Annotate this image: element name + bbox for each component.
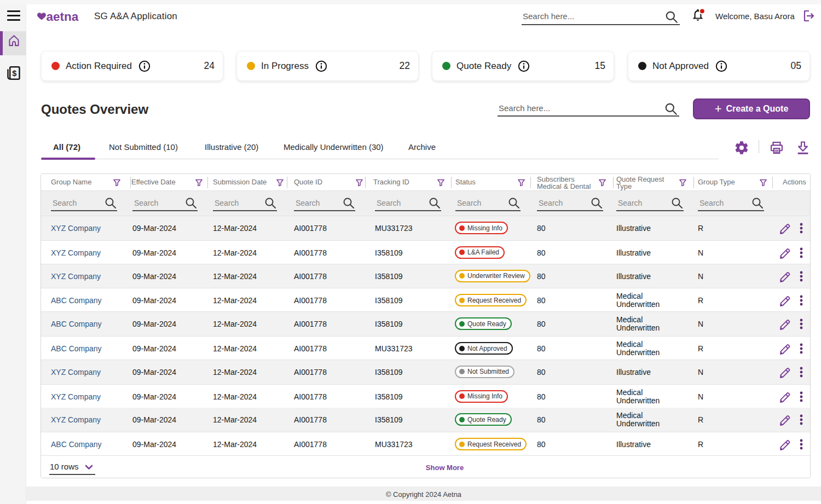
svg-text:aetna: aetna <box>47 10 79 24</box>
svg-text:$: $ <box>12 69 16 78</box>
